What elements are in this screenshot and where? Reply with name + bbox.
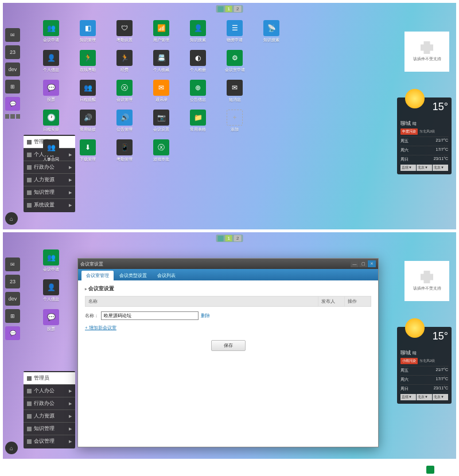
app-glyph-icon: 🔊 bbox=[80, 110, 96, 126]
app-icon[interactable]: 📡知识搜索 bbox=[256, 20, 286, 48]
tab-meeting-list[interactable]: 会议列表 bbox=[153, 271, 180, 280]
app-icon[interactable]: 📱考勤管理 bbox=[110, 139, 139, 167]
desktop-switcher[interactable]: 1 2 bbox=[216, 235, 243, 242]
app-icon[interactable]: 🕐日程安排 bbox=[36, 110, 66, 137]
tab-type-settings[interactable]: 会议类型设置 bbox=[115, 271, 151, 280]
app-icon[interactable]: ◐个人相册 bbox=[183, 50, 213, 77]
tab-room-manage[interactable]: 会议室管理 bbox=[81, 271, 114, 280]
minimize-button[interactable]: — bbox=[351, 260, 359, 267]
app-glyph-icon: ⊕ bbox=[190, 80, 206, 96]
footer-tag[interactable]: 会议申请 bbox=[426, 466, 454, 474]
col-name: 名称 bbox=[85, 296, 318, 307]
col-action: 操作 bbox=[345, 296, 371, 307]
app-icon[interactable]: ✉通讯录 bbox=[146, 80, 176, 107]
app-icon[interactable]: 🔊公告管理 bbox=[110, 110, 139, 137]
app-glyph-icon: 📇 bbox=[153, 50, 169, 66]
app-icon[interactable]: 👥会议申请 bbox=[36, 249, 66, 277]
apps-icon[interactable]: ⊞ bbox=[5, 309, 20, 323]
weather-selects[interactable]: 直辖▼ 北京▼ 北京▼ bbox=[400, 165, 448, 171]
app-glyph-icon: 📡 bbox=[263, 20, 279, 36]
menu-hr[interactable]: 人力资源▶ bbox=[24, 173, 75, 186]
app-icon[interactable]: ⊕公告信息 bbox=[183, 80, 213, 107]
dev-icon[interactable]: dev bbox=[5, 292, 20, 306]
app-icon[interactable]: 🏃经费 bbox=[110, 50, 139, 77]
app-icon[interactable]: ⓧ游戏审批 bbox=[146, 139, 176, 167]
delete-link[interactable]: 删除 bbox=[201, 313, 210, 319]
app-icon[interactable]: ⬇下载管理 bbox=[73, 139, 103, 167]
maximize-button[interactable]: ▢ bbox=[359, 260, 367, 267]
chevron-right-icon: ▶ bbox=[69, 414, 72, 419]
app-label: 人事合同 bbox=[43, 157, 59, 162]
window-title: 会议室设置 bbox=[80, 261, 103, 267]
calendar-icon[interactable]: 23 bbox=[5, 45, 20, 59]
start-menu-admin[interactable]: 管理员 bbox=[24, 372, 75, 384]
mail-icon[interactable]: ✉ bbox=[5, 257, 20, 271]
chat-icon[interactable]: 💬 bbox=[5, 326, 20, 340]
app-icon[interactable]: 🛡考勤设置 bbox=[110, 20, 139, 48]
app-icon[interactable]: 👥会议申请 bbox=[36, 20, 66, 48]
room-name-input[interactable] bbox=[101, 311, 199, 320]
close-button[interactable]: ✕ bbox=[368, 260, 376, 267]
menu-meeting[interactable]: 会议管理▶ bbox=[24, 435, 75, 447]
forecast-row: 周六17/7°C bbox=[400, 375, 448, 383]
mail-icon[interactable]: ✉ bbox=[5, 28, 20, 42]
apps-icon[interactable]: ⊞ bbox=[5, 80, 20, 93]
weather-selects[interactable]: 直辖▼ 北京▼ 北京▼ bbox=[400, 394, 448, 400]
desktop-page-1[interactable]: 1 bbox=[225, 235, 232, 241]
app-icon[interactable]: 📶用户管理 bbox=[146, 20, 176, 48]
app-icon[interactable]: ◧知识管理 bbox=[73, 20, 103, 48]
menu-knowledge[interactable]: 知识管理▶ bbox=[24, 186, 75, 198]
app-label: 个人相册 bbox=[190, 67, 206, 73]
forecast-row: 周五21/7°C bbox=[400, 366, 448, 373]
weather-widget[interactable]: 15° 聊城 晴 中度污染 东北风2级 周五21/7°C 周六17/7°C 周日… bbox=[397, 97, 452, 174]
desktop-page-1[interactable]: 1 bbox=[225, 6, 232, 12]
app-icon[interactable]: 👥日程提醒 bbox=[73, 80, 103, 107]
app-icon[interactable]: 👤知识搜索 bbox=[183, 20, 213, 48]
app-icon[interactable]: 📁常用表格 bbox=[183, 110, 213, 137]
weather-widget[interactable]: 15° 聊城 晴 小雨污染 东北风2级 周五21/7°C 周六17/7°C 周日… bbox=[397, 327, 452, 404]
app-icon[interactable]: 🔊常用链接 bbox=[73, 110, 103, 137]
chat-icon[interactable]: 💬 bbox=[5, 97, 20, 111]
sun-icon bbox=[405, 318, 425, 338]
calendar-icon[interactable]: 23 bbox=[5, 275, 20, 288]
app-icon[interactable]: ☰物资申请 bbox=[220, 20, 250, 48]
desktop-page-2[interactable]: 2 bbox=[234, 6, 241, 12]
app-icon[interactable]: ⚙会议室申请 bbox=[220, 50, 250, 77]
dev-icon[interactable]: dev bbox=[5, 63, 20, 76]
home-icon[interactable]: ⌂ bbox=[5, 442, 18, 454]
menu-personal-office[interactable]: 个人办公▶ bbox=[24, 384, 75, 397]
app-icon[interactable]: 📇个人收藏 bbox=[146, 50, 176, 77]
app-icon[interactable]: 💬投票 bbox=[36, 309, 66, 337]
app-icon[interactable]: ⓧ会议管理 bbox=[110, 80, 139, 107]
menu-hr[interactable]: 人力资源▶ bbox=[24, 409, 75, 422]
menu-admin-office[interactable]: 行政办公▶ bbox=[24, 397, 75, 409]
home-icon[interactable]: ⌂ bbox=[5, 212, 18, 225]
app-glyph-icon: 👤 bbox=[190, 20, 206, 36]
app-label: 公告信息 bbox=[190, 97, 206, 103]
app-icon[interactable]: ✉短消息 bbox=[220, 80, 250, 107]
rail-bottom: ⌂ bbox=[3, 210, 20, 227]
app-icon[interactable]: 💬投票 bbox=[36, 80, 66, 107]
add-room-link[interactable]: + 增加新会议室 bbox=[85, 325, 116, 331]
app-label: 短消息 bbox=[229, 97, 241, 103]
rail-bottom: ⌂ bbox=[3, 439, 20, 457]
app-icon[interactable]: 👤个人信息 bbox=[36, 50, 66, 77]
app-icon[interactable]: 👤个人信息 bbox=[36, 279, 66, 307]
menu-system[interactable]: 系统设置▶ bbox=[24, 198, 75, 211]
app-glyph-icon: 👤 bbox=[43, 50, 59, 66]
name-label: 名称： bbox=[85, 313, 99, 319]
sun-icon bbox=[405, 89, 425, 108]
app-icon[interactable]: 🏃在线考勤 bbox=[73, 50, 103, 77]
app-glyph-icon: 👥 bbox=[43, 20, 59, 36]
weather-badge: 中度污染 bbox=[400, 128, 418, 135]
desktop-switcher[interactable]: 1 2 bbox=[216, 5, 243, 13]
save-button[interactable]: 保存 bbox=[211, 340, 246, 351]
app-icon[interactable]: 👥人事合同 bbox=[36, 139, 66, 167]
app-glyph-icon: 👥 bbox=[43, 139, 59, 155]
menu-knowledge[interactable]: 知识管理▶ bbox=[24, 422, 75, 435]
desktop-page-2[interactable]: 2 bbox=[234, 235, 241, 241]
app-icon[interactable]: +添加 bbox=[220, 110, 250, 137]
window-titlebar[interactable]: 会议室设置 — ▢ ✕ bbox=[78, 259, 378, 269]
app-icon[interactable]: 📷会议设置 bbox=[146, 110, 176, 137]
forecast-row: 周五21/7°C bbox=[400, 136, 448, 144]
